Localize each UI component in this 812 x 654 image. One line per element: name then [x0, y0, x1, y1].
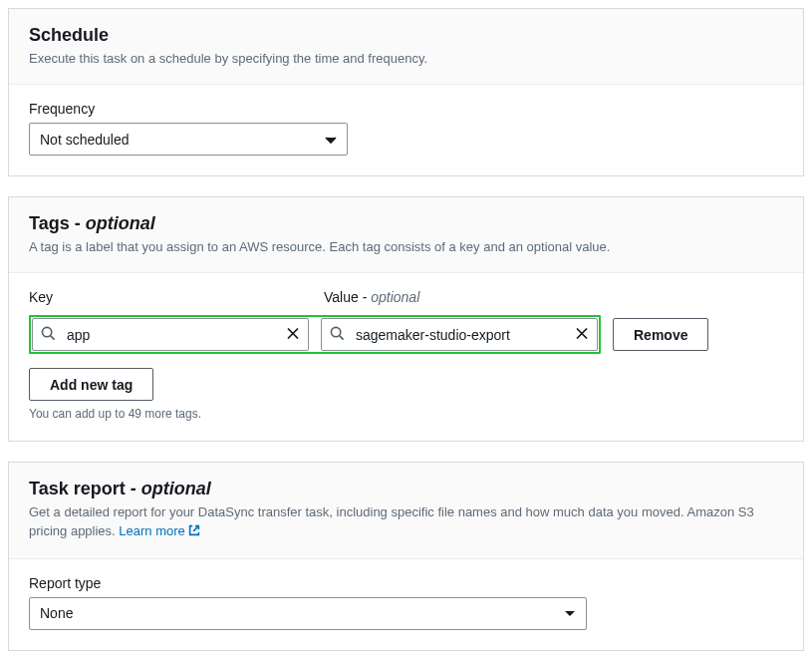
tags-panel: Tags - optional A tag is a label that yo… [8, 196, 804, 442]
svg-point-0 [42, 327, 51, 336]
caret-down-icon [564, 605, 576, 621]
learn-more-link[interactable]: Learn more [119, 523, 200, 538]
frequency-value: Not scheduled [40, 132, 130, 148]
external-link-icon [187, 525, 201, 540]
schedule-desc: Execute this task on a schedule by speci… [29, 50, 783, 68]
tags-title-optional: optional [86, 213, 155, 233]
tags-title-prefix: Tags - [29, 213, 86, 233]
tag-value-col: Value - optional [324, 289, 603, 311]
schedule-header: Schedule Execute this task on a schedule… [9, 9, 803, 85]
svg-line-1 [51, 336, 55, 340]
remove-tag-button[interactable]: Remove [613, 318, 708, 351]
tags-title: Tags - optional [29, 213, 783, 234]
report-panel: Task report - optional Get a detailed re… [8, 462, 804, 650]
tag-key-input-group [32, 318, 309, 351]
report-title-optional: optional [141, 479, 211, 498]
report-title-prefix: Task report - [29, 479, 141, 498]
clear-icon[interactable] [575, 326, 589, 343]
tag-value-label: Value - optional [324, 289, 603, 305]
tag-row: Key Value - optional [29, 289, 783, 311]
search-icon [330, 326, 345, 344]
report-header: Task report - optional Get a detailed re… [9, 463, 803, 558]
tags-body: Key Value - optional [9, 273, 803, 441]
tag-value-input-group [321, 318, 598, 351]
search-icon [41, 326, 56, 344]
tag-highlight [29, 315, 601, 354]
svg-line-5 [340, 336, 344, 340]
report-type-label: Report type [29, 575, 783, 591]
report-type-value: None [40, 605, 73, 621]
frequency-label: Frequency [29, 101, 783, 117]
frequency-select[interactable]: Not scheduled [29, 123, 348, 156]
tags-hint: You can add up to 49 more tags. [29, 407, 783, 421]
tag-key-input[interactable] [65, 326, 278, 344]
tag-key-col: Key [29, 289, 308, 311]
schedule-body: Frequency Not scheduled [9, 85, 803, 175]
tag-value-label-prefix: Value - [324, 289, 371, 305]
tag-value-label-optional: optional [371, 289, 419, 305]
tag-value-input[interactable] [354, 326, 567, 344]
add-tag-button[interactable]: Add new tag [29, 368, 153, 401]
caret-down-icon [325, 132, 337, 148]
report-type-select[interactable]: None [29, 597, 587, 630]
tags-header: Tags - optional A tag is a label that yo… [9, 197, 803, 273]
schedule-panel: Schedule Execute this task on a schedule… [8, 8, 804, 176]
svg-point-4 [331, 327, 340, 336]
clear-icon[interactable] [286, 326, 300, 343]
report-desc: Get a detailed report for your DataSync … [29, 503, 783, 541]
tag-key-label: Key [29, 289, 308, 305]
tags-desc: A tag is a label that you assign to an A… [29, 238, 783, 256]
report-title: Task report - optional [29, 479, 783, 499]
report-body: Report type None [9, 559, 803, 650]
schedule-title: Schedule [29, 25, 783, 46]
